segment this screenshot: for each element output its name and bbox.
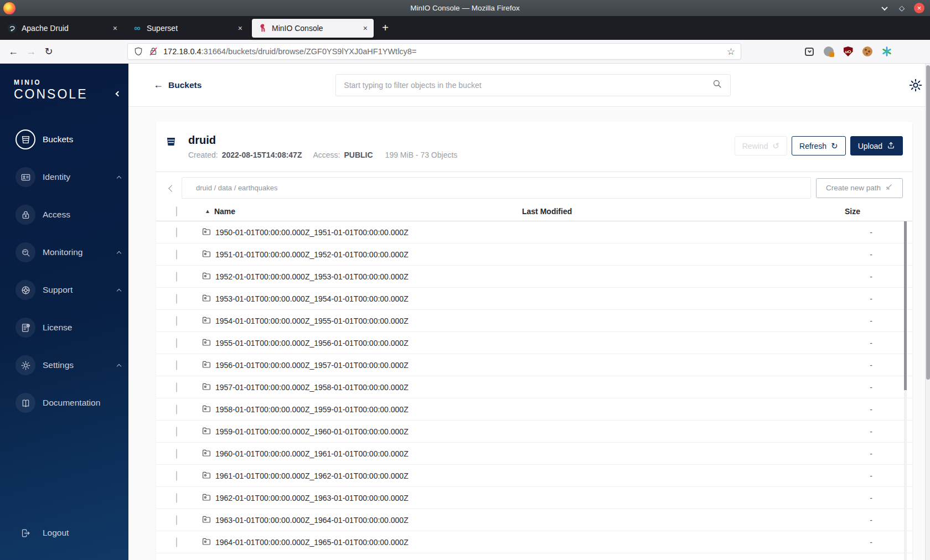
table-row[interactable]: 1962-01-01T00:00:00.000Z_1963-01-01T00:0… — [156, 487, 912, 509]
folder-icon — [202, 514, 211, 526]
row-checkbox[interactable] — [176, 272, 177, 282]
brand-minio: MINIO — [14, 79, 128, 86]
sidebar-item-monitoring[interactable]: Monitoring — [16, 243, 121, 262]
tab-label: MinIO Console — [272, 24, 323, 33]
table-row[interactable]: 1952-01-01T00:00:00.000Z_1953-01-01T00:0… — [156, 266, 912, 288]
tab-close-icon[interactable]: × — [363, 24, 368, 33]
search-input[interactable] — [344, 81, 712, 90]
row-checkbox[interactable] — [176, 471, 177, 481]
menu-hamburger-icon[interactable] — [901, 46, 910, 57]
table-row[interactable]: 1951-01-01T00:00:00.000Z_1952-01-01T00:0… — [156, 243, 912, 266]
new-tab-button[interactable]: + — [378, 21, 392, 35]
page-scrollbar-thumb[interactable] — [926, 65, 930, 380]
table-row[interactable]: 1963-01-01T00:00:00.000Z_1964-01-01T00:0… — [156, 509, 912, 531]
ublock-origin-icon[interactable]: uO — [843, 46, 854, 57]
sidebar-item-settings[interactable]: Settings — [16, 356, 121, 375]
search-icon — [712, 79, 722, 91]
back-to-buckets-link[interactable]: ← Buckets — [153, 79, 202, 91]
row-checkbox[interactable] — [176, 405, 177, 414]
tracking-protection-shield-icon[interactable] — [133, 46, 143, 56]
window-titlebar: MinIO Console — Mozilla Firefox ◇ × — [0, 0, 930, 16]
row-checkbox[interactable] — [176, 449, 177, 459]
table-row[interactable]: 1954-01-01T00:00:00.000Z_1955-01-01T00:0… — [156, 310, 912, 332]
chevron-up-icon[interactable] — [117, 285, 121, 295]
sidebar-item-identity[interactable]: Identity — [16, 168, 121, 186]
object-name: 1960-01-01T00:00:00.000Z_1961-01-01T00:0… — [215, 449, 409, 458]
select-all-checkbox[interactable] — [176, 206, 177, 216]
table-scrollbar[interactable] — [904, 221, 907, 560]
proxy-extension-icon[interactable] — [823, 46, 834, 57]
insecure-lock-icon[interactable] — [148, 46, 158, 56]
asterisk-extension-icon[interactable] — [881, 46, 892, 57]
column-header-name[interactable]: ▲ Name — [194, 207, 522, 216]
row-checkbox[interactable] — [176, 338, 177, 348]
url-text[interactable]: 172.18.0.4:31664/buckets/druid/browse/ZG… — [163, 47, 727, 56]
sidebar-item-documentation[interactable]: Documentation — [16, 393, 121, 412]
table-row[interactable]: 1964-01-01T00:00:00.000Z_1965-01-01T00:0… — [156, 531, 912, 553]
row-checkbox[interactable] — [176, 294, 177, 304]
sidebar-item-license[interactable]: License — [16, 318, 121, 337]
table-row[interactable]: 1950-01-01T00:00:00.000Z_1951-01-01T00:0… — [156, 221, 912, 243]
page-scrollbar[interactable] — [925, 64, 930, 560]
row-checkbox[interactable] — [176, 360, 177, 370]
tab-apache-druid[interactable]: Apache Druid × — [2, 19, 123, 38]
window-minimize-button[interactable] — [880, 3, 890, 13]
create-new-path-button[interactable]: Create new path — [816, 178, 903, 198]
table-row[interactable]: 1955-01-01T00:00:00.000Z_1956-01-01T00:0… — [156, 332, 912, 354]
row-checkbox[interactable] — [176, 493, 177, 503]
sidebar-item-support[interactable]: Support — [16, 281, 121, 299]
pocket-icon[interactable] — [804, 46, 815, 57]
url-bar[interactable]: 172.18.0.4:31664/buckets/druid/browse/ZG… — [127, 43, 741, 60]
sidebar: MINIO CONSOLE Buckets Identity — [0, 64, 128, 560]
sidebar-item-buckets[interactable]: Buckets — [16, 130, 121, 149]
table-row[interactable]: 1959-01-01T00:00:00.000Z_1960-01-01T00:0… — [156, 421, 912, 443]
object-size: - — [845, 538, 912, 547]
row-checkbox[interactable] — [176, 227, 177, 237]
sidebar-collapse-button[interactable] — [116, 88, 120, 98]
table-scrollbar-thumb[interactable] — [904, 221, 907, 390]
window-close-button[interactable]: × — [914, 3, 924, 13]
row-checkbox[interactable] — [176, 316, 177, 326]
forward-button[interactable]: → — [22, 43, 40, 60]
sidebar-item-access[interactable]: Access — [16, 205, 121, 224]
folder-icon — [202, 470, 211, 481]
object-filter-searchbox[interactable] — [335, 74, 731, 96]
tab-minio-console[interactable]: MinIO Console × — [252, 19, 374, 38]
table-row[interactable]: 1960-01-01T00:00:00.000Z_1961-01-01T00:0… — [156, 443, 912, 465]
column-header-last-modified[interactable]: Last Modified — [522, 207, 845, 216]
chevron-up-icon[interactable] — [117, 247, 121, 257]
row-checkbox[interactable] — [176, 382, 177, 392]
access-value: PUBLIC — [344, 151, 373, 159]
sidebar-item-logout[interactable]: Logout — [16, 523, 121, 542]
sidebar-item-label: Buckets — [43, 134, 73, 144]
window-title: MinIO Console — Mozilla Firefox — [0, 4, 930, 12]
sidebar-item-label: Logout — [43, 528, 69, 538]
chevron-up-icon[interactable] — [117, 172, 121, 182]
row-checkbox[interactable] — [176, 515, 177, 525]
row-checkbox[interactable] — [176, 250, 177, 260]
tab-close-icon[interactable]: × — [113, 24, 117, 33]
table-row[interactable]: 1958-01-01T00:00:00.000Z_1959-01-01T00:0… — [156, 398, 912, 421]
table-row[interactable]: 1956-01-01T00:00:00.000Z_1957-01-01T00:0… — [156, 354, 912, 376]
rewind-button[interactable]: Rewind ↺ — [735, 136, 787, 155]
chevron-up-icon[interactable] — [117, 360, 121, 370]
window-maximize-button[interactable]: ◇ — [897, 3, 907, 13]
row-checkbox[interactable] — [176, 427, 177, 437]
row-checkbox[interactable] — [176, 537, 177, 547]
table-row[interactable]: 1961-01-01T00:00:00.000Z_1962-01-01T00:0… — [156, 465, 912, 487]
cookie-extension-icon[interactable] — [862, 46, 873, 57]
settings-gear-icon[interactable] — [908, 78, 923, 92]
upload-button[interactable]: Upload — [850, 136, 903, 155]
minimize-icon — [881, 4, 887, 10]
back-button[interactable]: ← — [4, 43, 22, 60]
table-row[interactable]: 1957-01-01T00:00:00.000Z_1958-01-01T00:0… — [156, 376, 912, 398]
path-back-button[interactable] — [169, 183, 174, 193]
reload-button[interactable]: ↻ — [40, 43, 58, 60]
tab-superset[interactable]: ∞ Superset × — [127, 19, 249, 38]
bookmark-star-icon[interactable]: ☆ — [727, 46, 735, 58]
column-header-size[interactable]: Size — [845, 207, 912, 216]
breadcrumb[interactable]: druid / data / earthquakes — [182, 177, 811, 199]
table-row[interactable]: 1953-01-01T00:00:00.000Z_1954-01-01T00:0… — [156, 288, 912, 310]
tab-close-icon[interactable]: × — [238, 24, 242, 33]
refresh-button[interactable]: Refresh ↻ — [792, 136, 846, 155]
